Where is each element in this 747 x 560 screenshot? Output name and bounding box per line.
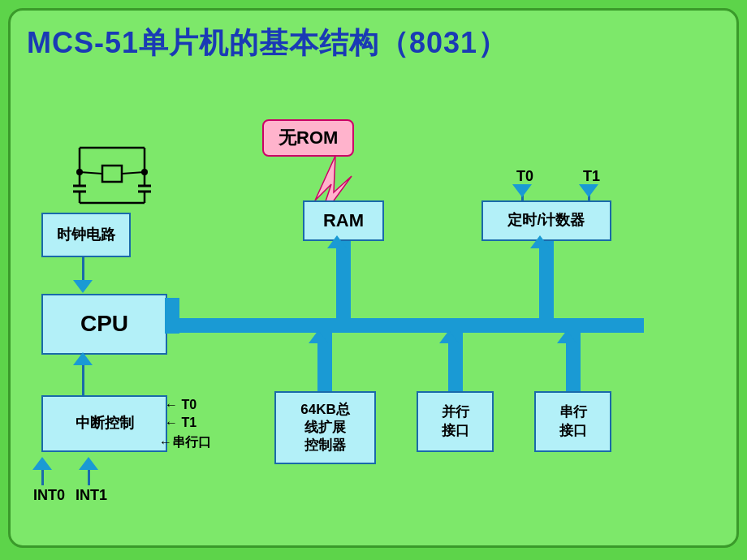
ram-bus-v bbox=[336, 241, 351, 318]
cpu-box: CPU bbox=[41, 294, 167, 355]
timer-bus-v bbox=[539, 241, 554, 318]
bus64kb-text: 64KB总 线扩展 控制器 bbox=[300, 401, 349, 454]
serial-arrow-up bbox=[557, 330, 576, 343]
serial-text: 串行 接口 bbox=[559, 403, 587, 439]
t0-arrow-label: ← T0 bbox=[165, 398, 196, 412]
slide-container: MCS-51单片机的基本结构（8031） 无ROM bbox=[8, 8, 739, 548]
parallel-text: 并行 接口 bbox=[442, 403, 469, 439]
int-to-cpu-arrow bbox=[73, 352, 93, 365]
serial-arrow-label: ←串行口 bbox=[159, 434, 211, 451]
cpu-label: CPU bbox=[80, 309, 128, 338]
parallel-box: 并行 接口 bbox=[417, 391, 494, 452]
cpu-bus-connector bbox=[165, 298, 179, 334]
int1-arrow-up bbox=[79, 457, 98, 470]
clock-label: 时钟电路 bbox=[57, 226, 115, 244]
ram-label: RAM bbox=[323, 209, 364, 233]
title-model: 8031 bbox=[409, 26, 477, 59]
clock-to-cpu-arrow bbox=[73, 280, 93, 293]
t0-label: T0 bbox=[516, 168, 533, 185]
bus64kb-box: 64KB总 线扩展 控制器 bbox=[274, 391, 376, 464]
ram-arrow-up bbox=[327, 235, 347, 248]
parallel-arrow bbox=[439, 330, 459, 343]
int0-arrow-up bbox=[32, 457, 52, 470]
clock-box: 时钟电路 bbox=[41, 213, 131, 257]
title-prefix: MCS-51 bbox=[27, 26, 139, 59]
t1-arrow bbox=[579, 184, 598, 197]
no-rom-label: 无ROM bbox=[279, 127, 338, 148]
svg-line-11 bbox=[80, 172, 102, 174]
svg-rect-10 bbox=[102, 166, 122, 182]
title-close: ） bbox=[477, 26, 507, 59]
t1-arrow-label: ← T1 bbox=[165, 416, 196, 430]
serial-box: 串行 接口 bbox=[534, 391, 611, 452]
no-rom-callout: 无ROM bbox=[262, 119, 354, 157]
page-title: MCS-51单片机的基本结构（8031） bbox=[27, 24, 720, 63]
interrupt-box: 中断控制 bbox=[41, 395, 167, 452]
int0-label: INT0 bbox=[33, 487, 65, 504]
title-suffix: 单片机的基本结构（ bbox=[139, 26, 409, 59]
bus64kb-arrow bbox=[309, 330, 328, 343]
timer-label: 定时/计数器 bbox=[507, 211, 585, 230]
t0-arrow bbox=[512, 184, 532, 197]
int1-label: INT1 bbox=[76, 487, 107, 504]
clock-to-cpu-line bbox=[82, 257, 84, 282]
clock-circuit-symbol bbox=[71, 141, 153, 206]
interrupt-label: 中断控制 bbox=[76, 414, 134, 433]
diagram-area: 无ROM bbox=[27, 75, 720, 537]
svg-line-12 bbox=[122, 172, 145, 174]
timer-arrow-up bbox=[530, 235, 550, 248]
t1-label: T1 bbox=[583, 168, 600, 185]
